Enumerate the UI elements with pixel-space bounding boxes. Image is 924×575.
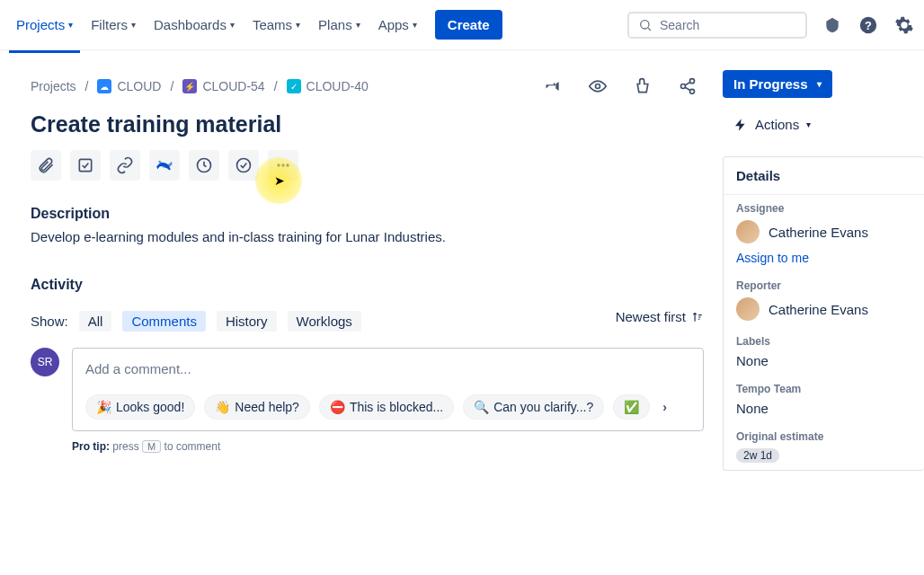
- feedback-icon[interactable]: [542, 75, 564, 97]
- tempo-team-value[interactable]: None: [736, 401, 911, 416]
- svg-point-15: [286, 164, 289, 166]
- reporter-value[interactable]: Catherine Evans: [736, 297, 911, 321]
- nav-plans[interactable]: Plans▾: [311, 10, 368, 40]
- create-button[interactable]: Create: [435, 10, 502, 40]
- status-dropdown[interactable]: In Progress▾: [723, 70, 832, 98]
- chevron-down-icon: ▾: [296, 20, 300, 30]
- nav-teams[interactable]: Teams▾: [245, 10, 307, 40]
- assign-to-me-link[interactable]: Assign to me: [736, 251, 911, 265]
- svg-point-14: [281, 164, 284, 166]
- breadcrumb-current[interactable]: ✓CLOUD-40: [287, 79, 369, 93]
- subtask-button[interactable]: [70, 150, 101, 181]
- suggestion-chip[interactable]: ✅: [613, 394, 650, 420]
- svg-line-8: [685, 82, 690, 84]
- project-icon: ☁: [97, 79, 111, 93]
- chevron-down-icon: ▾: [356, 20, 360, 30]
- breadcrumb-project[interactable]: ☁CLOUD: [97, 79, 161, 93]
- details-header[interactable]: Details: [724, 157, 924, 195]
- svg-point-13: [277, 164, 280, 166]
- suggestion-chip[interactable]: 🔍Can you clarify...?: [463, 394, 604, 420]
- user-avatar: SR: [31, 348, 59, 376]
- comment-placeholder: Add a comment...: [85, 361, 690, 376]
- pro-tip: Pro tip: press M to comment: [72, 440, 704, 453]
- confluence-button[interactable]: [149, 150, 180, 181]
- suggestion-chip[interactable]: ⛔This is blocked...: [319, 394, 454, 420]
- top-navigation: Projects▾ Filters▾ Dashboards▾ Teams▾ Pl…: [0, 0, 924, 50]
- avatar: [736, 220, 760, 243]
- tab-all[interactable]: All: [79, 311, 112, 332]
- search-placeholder: Search: [660, 18, 699, 32]
- details-panel: Details Assignee Catherine Evans Assign …: [723, 156, 924, 471]
- suggestion-chip[interactable]: 👋Need help?: [204, 394, 310, 420]
- search-icon: [638, 18, 653, 32]
- sort-icon: [691, 311, 704, 323]
- chevron-down-icon: ▾: [68, 20, 73, 30]
- more-actions-button[interactable]: [268, 150, 298, 181]
- share-icon[interactable]: [677, 75, 698, 97]
- svg-point-7: [690, 89, 695, 93]
- nav-dashboards[interactable]: Dashboards▾: [147, 10, 242, 40]
- labels-value[interactable]: None: [736, 353, 911, 368]
- description-label: Description: [31, 206, 704, 222]
- svg-rect-10: [79, 159, 91, 171]
- search-input[interactable]: Search: [627, 12, 807, 39]
- nav-apps[interactable]: Apps▾: [371, 10, 424, 40]
- watch-icon[interactable]: [587, 75, 609, 97]
- svg-text:?: ?: [865, 18, 872, 31]
- breadcrumb-projects[interactable]: Projects: [31, 79, 76, 93]
- chevron-down-icon: ▾: [230, 20, 235, 30]
- suggestion-chip[interactable]: 🎉Looks good!: [85, 394, 195, 420]
- chevron-down-icon: ▾: [817, 79, 822, 89]
- svg-line-1: [648, 28, 651, 31]
- task-icon: ✓: [287, 79, 301, 93]
- svg-line-9: [685, 87, 690, 90]
- chevron-down-icon: ▾: [131, 20, 136, 30]
- labels-label: Labels: [736, 335, 911, 348]
- issue-toolbar: ➤: [31, 150, 704, 181]
- help-icon[interactable]: ?: [857, 14, 879, 36]
- settings-icon[interactable]: [893, 14, 915, 36]
- assignee-label: Assignee: [736, 202, 911, 215]
- tab-worklogs[interactable]: Worklogs: [288, 311, 361, 332]
- svg-point-6: [681, 84, 686, 89]
- vote-icon[interactable]: [632, 75, 653, 97]
- epic-icon: ⚡: [182, 79, 197, 93]
- bolt-icon: [733, 118, 748, 132]
- done-button[interactable]: [228, 150, 259, 181]
- link-button[interactable]: [110, 150, 140, 181]
- comment-input-box[interactable]: Add a comment... 🎉Looks good! 👋Need help…: [72, 348, 704, 431]
- svg-point-4: [596, 84, 600, 89]
- issue-title[interactable]: Create training material: [31, 111, 704, 137]
- description-text[interactable]: Develop e-learning modules and in-class …: [31, 229, 704, 244]
- nav-filters[interactable]: Filters▾: [84, 10, 143, 40]
- breadcrumb-parent[interactable]: ⚡CLOUD-54: [182, 79, 264, 93]
- activity-label: Activity: [31, 277, 704, 293]
- tab-history[interactable]: History: [217, 311, 277, 332]
- estimate-value[interactable]: 2w 1d: [736, 448, 911, 463]
- chevron-down-icon: ▾: [806, 119, 811, 129]
- actions-dropdown[interactable]: Actions ▾: [723, 111, 822, 138]
- breadcrumb: Projects / ☁CLOUD / ⚡CLOUD-54 / ✓CLOUD-4…: [31, 79, 369, 93]
- estimate-label: Original estimate: [736, 430, 911, 443]
- attach-button[interactable]: [31, 150, 61, 181]
- assignee-value[interactable]: Catherine Evans: [736, 220, 911, 243]
- notifications-icon[interactable]: [822, 14, 843, 36]
- svg-point-5: [690, 79, 695, 84]
- svg-point-0: [641, 20, 649, 28]
- chip-scroll-right[interactable]: ›: [659, 400, 671, 414]
- avatar: [736, 297, 760, 321]
- tab-comments[interactable]: Comments: [122, 311, 206, 332]
- reporter-label: Reporter: [736, 279, 911, 292]
- schedule-button[interactable]: [189, 150, 219, 181]
- chevron-down-icon: ▾: [413, 20, 417, 30]
- svg-point-12: [237, 159, 251, 172]
- nav-projects[interactable]: Projects▾: [9, 10, 80, 40]
- show-label: Show:: [31, 314, 68, 329]
- tempo-team-label: Tempo Team: [736, 383, 911, 395]
- sort-button[interactable]: Newest first: [616, 309, 704, 324]
